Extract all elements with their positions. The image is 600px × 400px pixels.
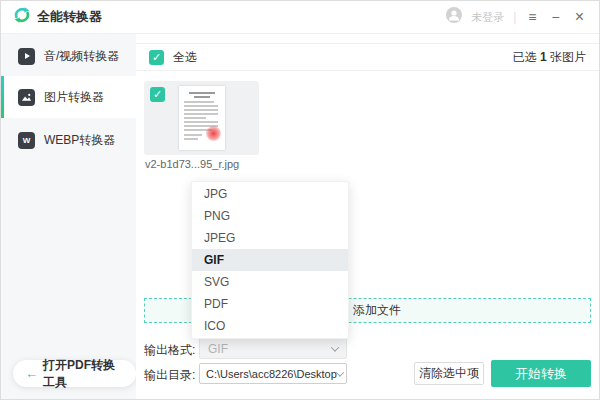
main-panel: ✓ 全选 已选 1 张图片 ✓ — [136, 34, 599, 399]
titlebar-divider: | — [513, 10, 516, 24]
sidebar-item-webp[interactable]: W WEBP转换器 — [1, 120, 136, 160]
file-checkbox[interactable]: ✓ — [150, 87, 165, 102]
file-name: v2-b1d73...95_r.jpg — [145, 158, 260, 170]
titlebar-controls: 未登录 | ≡ − × — [446, 7, 587, 27]
select-all-checkbox[interactable]: ✓ — [149, 50, 164, 65]
output-dir-select[interactable]: C:\Users\acc8226\Desktop — [199, 363, 347, 384]
select-all-label: 全选 — [173, 49, 197, 66]
webp-icon: W — [18, 132, 35, 149]
file-thumbnail[interactable]: ✓ — [144, 81, 259, 155]
format-dropdown: JPG PNG JPEG GIF SVG PDF ICO — [191, 181, 349, 339]
dropdown-option-jpeg[interactable]: JPEG — [192, 227, 348, 249]
app-title: 全能转换器 — [37, 8, 102, 26]
open-pdf-tool-button[interactable]: ← 打开PDF转换工具 — [13, 360, 136, 387]
image-icon — [18, 89, 35, 106]
sidebar-item-label: 图片转换器 — [44, 89, 104, 106]
check-icon: ✓ — [153, 88, 162, 100]
dropdown-option-png[interactable]: PNG — [192, 205, 348, 227]
output-format-label: 输出格式: — [144, 342, 195, 359]
app-logo-icon — [13, 6, 31, 28]
dropdown-option-ico[interactable]: ICO — [192, 315, 348, 337]
sidebar-item-image[interactable]: 图片转换器 — [1, 76, 136, 118]
selected-count: 已选 1 张图片 — [513, 49, 586, 66]
output-dir-value: C:\Users\acc8226\Desktop — [206, 368, 337, 380]
output-format-value: GIF — [208, 342, 228, 356]
clear-selected-button[interactable]: 清除选中项 — [414, 362, 484, 385]
sidebar-item-label: WEBP转换器 — [44, 132, 115, 149]
audio-video-icon — [18, 48, 35, 65]
open-pdf-tool-label: 打开PDF转换工具 — [43, 357, 124, 391]
back-arrow-icon: ← — [25, 366, 38, 381]
titlebar: 全能转换器 未登录 | ≡ − × — [1, 1, 599, 34]
avatar — [446, 7, 462, 27]
dropdown-option-svg[interactable]: SVG — [192, 271, 348, 293]
dropdown-option-jpg[interactable]: JPG — [192, 183, 348, 205]
sidebar-item-audio-video[interactable]: 音/视频转换器 — [1, 36, 136, 76]
document-preview — [179, 86, 225, 150]
check-icon: ✓ — [152, 51, 161, 63]
login-status[interactable]: 未登录 — [471, 10, 504, 25]
start-convert-button[interactable]: 开始转换 — [491, 360, 591, 387]
output-format-select[interactable]: GIF — [199, 338, 347, 359]
dropdown-option-pdf[interactable]: PDF — [192, 293, 348, 315]
sidebar-item-label: 音/视频转换器 — [44, 48, 119, 65]
close-icon[interactable]: × — [572, 7, 587, 27]
chevron-down-icon — [331, 343, 339, 351]
add-file-label: 添加文件 — [353, 302, 401, 319]
minimize-icon[interactable]: − — [548, 8, 562, 26]
app-window: 全能转换器 未登录 | ≡ − × 音/视频转换器 — [0, 0, 600, 400]
dropdown-option-gif[interactable]: GIF — [192, 249, 348, 271]
selection-toolbar: ✓ 全选 已选 1 张图片 — [136, 43, 599, 71]
red-seal-stamp — [206, 126, 221, 141]
chevron-down-icon — [336, 368, 344, 376]
output-dir-label: 输出目录: — [144, 367, 195, 384]
sidebar: 音/视频转换器 图片转换器 W WEBP转换器 ← 打开PDF转换工具 — [1, 34, 136, 399]
menu-icon[interactable]: ≡ — [525, 8, 539, 26]
